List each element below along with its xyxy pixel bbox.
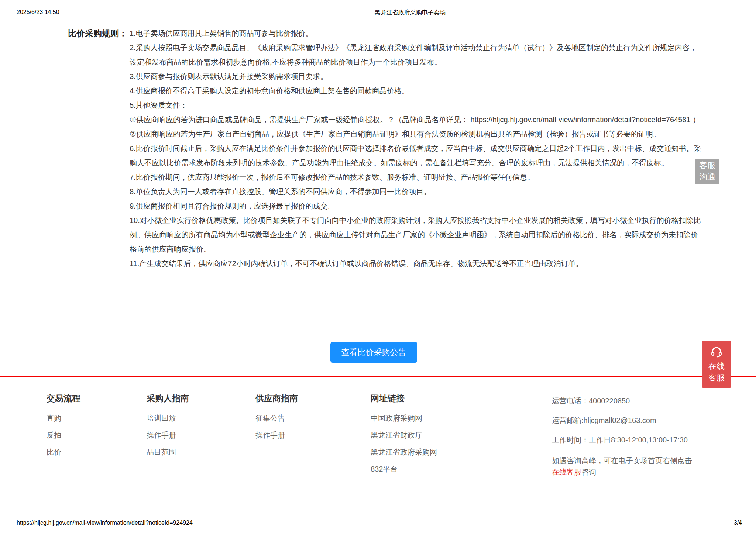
footer-link-reverse-auction[interactable]: 反拍 (47, 431, 80, 439)
hours-line: 工作时间：工作日8:30-12:00,13:00-17:30 (552, 435, 729, 444)
rule-item-5: 5.其他资质文件： (130, 98, 702, 113)
footer-link-hlj-procurement[interactable]: 黑龙江省政府采购网 (371, 448, 437, 456)
print-footer-page-number: 3/4 (734, 520, 742, 526)
red-divider-line (0, 376, 756, 377)
footer-column-title: 交易流程 (47, 393, 80, 404)
chat-tab-button[interactable]: 客服 沟通 (695, 159, 719, 184)
rule-item-9: 9.供应商报价相同且符合报价规则的，应选择最早报价的成交。 (130, 199, 702, 213)
footer-link-supplier-manual[interactable]: 操作手册 (255, 431, 298, 439)
footer-column-purchaser-guide: 采购人指南 培训回放 操作手册 品目范围 (147, 393, 189, 465)
rule-item-11: 11.产生成交结果后，供应商应72小时内确认订单，不可不确认订单或以商品价格错误… (130, 256, 702, 271)
rules-list: 1.电子卖场供应商用其上架销售的商品可参与比价报价。 2.采购人按照电子卖场交易… (130, 26, 702, 271)
footer-vertical-divider (485, 392, 485, 475)
service-note-suffix: 咨询 (581, 468, 596, 476)
chat-tab-label-line2: 沟通 (695, 171, 719, 182)
rules-label: 比价采购规则： (68, 26, 127, 271)
headset-icon (710, 345, 723, 358)
content-panel: 比价采购规则： 1.电子卖场供应商用其上架销售的商品可参与比价报价。 2.采购人… (35, 20, 712, 376)
footer-link-ccgp[interactable]: 中国政府采购网 (371, 414, 437, 422)
footer-column-site-links: 网址链接 中国政府采购网 黑龙江省财政厅 黑龙江省政府采购网 832平台 (371, 393, 437, 482)
rule-item-5-sub1: ①供应商响应的若为进口商品或品牌商品，需提供生产厂家或一级经销商授权。？（品牌商… (130, 113, 702, 127)
view-notice-button[interactable]: 查看比价采购公告 (330, 342, 417, 363)
rule-item-10: 10.对小微企业实行价格优惠政策。比价项目如关联了不专门面向中小企业的政府采购计… (130, 213, 702, 256)
footer-link-832-platform[interactable]: 832平台 (371, 465, 437, 473)
email-value: hljcgmall02@163.com (584, 416, 656, 424)
rule-item-2: 2.采购人按照电子卖场交易商品品目、《政府采购需求管理办法》《黑龙江省政府采购文… (130, 41, 702, 69)
print-datetime: 2025/6/23 14:50 (17, 9, 59, 15)
email-line: 运营邮箱:hljcgmall02@163.com (552, 416, 729, 425)
footer-link-catalog-scope[interactable]: 品目范围 (147, 448, 189, 456)
online-service-link[interactable]: 在线客服 (552, 468, 581, 476)
footer-link-purchaser-manual[interactable]: 操作手册 (147, 431, 189, 439)
footer-column-title: 供应商指南 (255, 393, 298, 404)
footer-link-hlj-finance[interactable]: 黑龙江省财政厅 (371, 431, 437, 439)
service-note-line1: 如遇咨询高峰，可在电子卖场首页右侧点击 (552, 455, 729, 466)
footer-column-supplier-guide: 供应商指南 征集公告 操作手册 (255, 393, 298, 448)
rule-item-8: 8.单位负责人为同一人或者存在直接控股、管理关系的不同供应商，不得参加同一比价项… (130, 185, 702, 199)
rule-item-3: 3.供应商参与报价则表示默认满足并接受采购需求项目要求。 (130, 69, 702, 84)
footer-link-price-compare[interactable]: 比价 (47, 448, 80, 456)
rule-item-7: 7.比价报价期间，供应商只能报价一次，报价后不可修改报价产品的技术参数、服务标准… (130, 170, 702, 185)
phone-value: 4000220850 (589, 397, 630, 405)
service-note-line2: 在线客服咨询 (552, 466, 729, 478)
service-label-line2: 客服 (702, 372, 731, 383)
rule-item-1: 1.电子卖场供应商用其上架销售的商品可参与比价报价。 (130, 26, 702, 41)
rule-item-6: 6.比价报价时间截止后，采购人应在满足比价条件并参加报价的供应商中选择排名价最低… (130, 141, 702, 170)
footer-column-title: 采购人指南 (147, 393, 189, 404)
chat-tab-label-line1: 客服 (695, 160, 719, 171)
online-service-button[interactable]: 在线 客服 (702, 341, 731, 388)
print-footer-url: https://hljcg.hlj.gov.cn/mall-view/infor… (17, 520, 193, 526)
print-page-title: 黑龙江省政府采购电子卖场 (375, 9, 446, 17)
rules-section: 比价采购规则： 1.电子卖场供应商用其上架销售的商品可参与比价报价。 2.采购人… (35, 20, 712, 271)
service-label-line1: 在线 (702, 361, 731, 372)
footer-column-trade-process: 交易流程 直购 反拍 比价 (47, 393, 80, 465)
hours-label: 工作时间： (552, 436, 589, 444)
footer-link-training-replay[interactable]: 培训回放 (147, 414, 189, 422)
footer-link-direct-purchase[interactable]: 直购 (47, 414, 80, 422)
footer-link-collection-notice[interactable]: 征集公告 (255, 414, 298, 422)
phone-line: 运营电话：4000220850 (552, 396, 729, 405)
footer-column-title: 网址链接 (371, 393, 437, 404)
phone-label: 运营电话： (552, 397, 589, 405)
contact-info: 运营电话：4000220850 运营邮箱:hljcgmall02@163.com… (552, 396, 729, 478)
rule-item-4: 4.供应商报价不得高于采购人设定的初步意向价格和供应商上架在售的同款商品价格。 (130, 84, 702, 98)
rule-item-5-sub2: ②供应商响应的若为生产厂家自产自销商品，应提供《生产厂家自产自销商品证明》和具有… (130, 127, 702, 141)
hours-value: 工作日8:30-12:00,13:00-17:30 (589, 436, 688, 444)
email-label: 运营邮箱: (552, 416, 584, 424)
